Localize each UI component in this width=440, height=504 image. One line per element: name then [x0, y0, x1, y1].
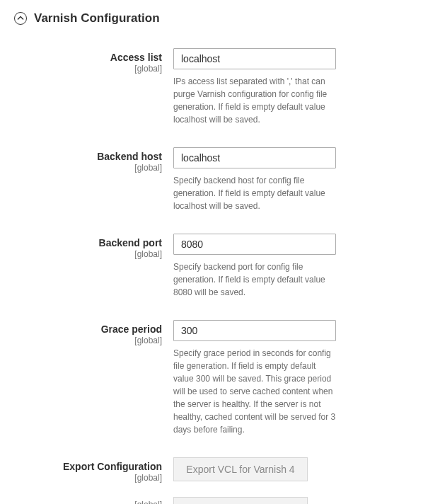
- label-col: Grace period [global]: [14, 320, 173, 347]
- backend-host-row: Backend host [global] Specify backend ho…: [14, 147, 426, 212]
- grace-period-scope: [global]: [14, 336, 162, 347]
- export-varnish-4-button[interactable]: Export VCL for Varnish 4: [173, 457, 308, 481]
- label-col: [global]: [14, 497, 173, 504]
- backend-host-input[interactable]: [173, 147, 336, 168]
- grace-period-label: Grace period: [14, 323, 162, 336]
- export-config5-row: [global] Export VCL for Varnish 5: [14, 497, 426, 504]
- section-title: Varnish Configuration: [34, 11, 160, 25]
- label-col: Export Configuration [global]: [14, 457, 173, 484]
- export-config-scope: [global]: [14, 473, 162, 484]
- access-list-label: Access list: [14, 51, 162, 64]
- backend-port-input[interactable]: [173, 234, 336, 255]
- input-col: IPs access list separated with ',' that …: [173, 48, 336, 126]
- export-config5-scope: [global]: [14, 500, 162, 504]
- input-col: Specify backend host for config file gen…: [173, 147, 336, 212]
- backend-port-help: Specify backend port for config file gen…: [173, 260, 336, 299]
- section-header: Varnish Configuration: [14, 11, 426, 25]
- backend-port-label: Backend port: [14, 236, 162, 249]
- grace-period-input[interactable]: [173, 320, 336, 341]
- access-list-input[interactable]: [173, 48, 336, 69]
- label-col: Backend port [global]: [14, 234, 173, 260]
- input-col: Specify backend port for config file gen…: [173, 234, 336, 299]
- backend-host-label: Backend host: [14, 150, 162, 163]
- access-list-help: IPs access list separated with ',' that …: [173, 75, 336, 126]
- label-col: Access list [global]: [14, 48, 173, 75]
- access-list-scope: [global]: [14, 64, 162, 75]
- collapse-icon[interactable]: [14, 12, 27, 25]
- input-col: Export VCL for Varnish 4: [173, 457, 336, 481]
- export-varnish-5-button[interactable]: Export VCL for Varnish 5: [173, 497, 308, 504]
- grace-period-row: Grace period [global] Specify grace peri…: [14, 320, 426, 436]
- label-col: Backend host [global]: [14, 147, 173, 174]
- backend-host-help: Specify backend host for config file gen…: [173, 174, 336, 212]
- input-col: Specify grace period in seconds for conf…: [173, 320, 336, 436]
- grace-period-help: Specify grace period in seconds for conf…: [173, 347, 336, 436]
- backend-port-row: Backend port [global] Specify backend po…: [14, 234, 426, 299]
- input-col: Export VCL for Varnish 5: [173, 497, 336, 504]
- export-config-label: Export Configuration: [14, 460, 162, 473]
- backend-port-scope: [global]: [14, 249, 162, 260]
- access-list-row: Access list [global] IPs access list sep…: [14, 48, 426, 126]
- export-config-row: Export Configuration [global] Export VCL…: [14, 457, 426, 484]
- chevron-up-icon: [17, 15, 24, 22]
- backend-host-scope: [global]: [14, 163, 162, 174]
